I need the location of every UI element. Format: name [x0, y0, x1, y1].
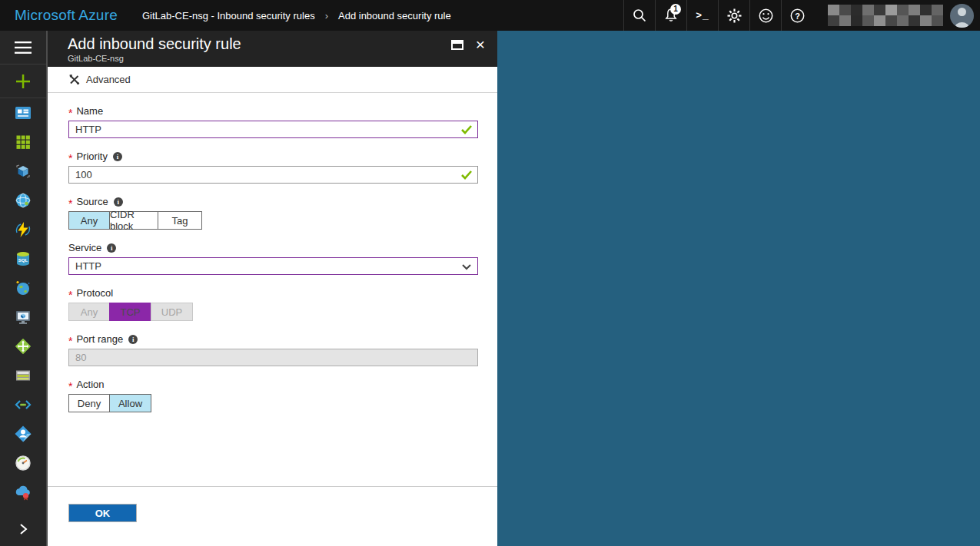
sidebar: SQL [0, 31, 46, 546]
action-toggle-group: Deny Allow [68, 394, 480, 412]
sidebar-spacer [0, 507, 46, 512]
priority-field: * Priority i 100 [68, 151, 480, 184]
sidebar-item-monitor[interactable] [0, 448, 46, 478]
blade-header: Add inbound security rule GitLab-CE-nsg … [48, 31, 497, 67]
load-balancer-icon [14, 337, 32, 356]
breadcrumb-item-nsg[interactable]: GitLab-CE-nsg - Inbound security rules [142, 10, 315, 22]
svg-text:?: ? [795, 11, 800, 20]
protocol-option-tcp: TCP [109, 303, 151, 321]
blade-toolbar: Advanced [48, 67, 497, 93]
avatar[interactable] [950, 4, 974, 28]
priority-label: * Priority i [68, 151, 480, 162]
virtual-machine-icon [14, 308, 32, 326]
sidebar-item-load-balancers[interactable] [0, 332, 46, 361]
globe-icon [14, 191, 32, 210]
sidebar-item-function-apps[interactable] [0, 215, 46, 244]
source-field: * Source i Any CIDR block Tag [68, 196, 480, 230]
user-account-redacted[interactable] [828, 5, 943, 26]
protocol-toggle-group: Any TCP UDP [68, 303, 480, 321]
port-range-field: * Port range i 80 [68, 333, 480, 366]
dashboard-background [497, 31, 980, 546]
cloud-shell-icon: >_ [696, 10, 709, 22]
sql-database-icon: SQL [14, 250, 32, 268]
info-icon[interactable]: i [114, 197, 123, 207]
required-asterisk: * [68, 106, 72, 117]
sidebar-item-expand[interactable] [0, 512, 46, 546]
avatar-head [958, 8, 966, 16]
help-button[interactable]: ? [781, 0, 812, 31]
required-asterisk: * [68, 334, 72, 345]
name-field: * Name HTTP [68, 105, 480, 138]
advisor-cloud-icon [14, 483, 32, 501]
cube-icon [14, 162, 32, 180]
sidebar-item-app-services[interactable] [0, 186, 46, 215]
source-option-any[interactable]: Any [68, 211, 110, 230]
sidebar-item-virtual-machines[interactable] [0, 303, 46, 332]
sidebar-item-all-resources[interactable] [0, 127, 46, 157]
blade-form: * Name HTTP * Priority i 100 * Source [48, 93, 497, 412]
info-icon[interactable]: i [128, 335, 138, 344]
cloud-shell-button[interactable]: >_ [686, 0, 718, 31]
info-icon[interactable]: i [113, 152, 122, 161]
search-button[interactable] [623, 0, 655, 31]
close-icon[interactable]: × [476, 38, 485, 51]
sidebar-item-virtual-networks[interactable] [0, 390, 46, 419]
ok-button[interactable]: OK [68, 504, 137, 522]
advanced-button[interactable]: Advanced [68, 74, 131, 85]
action-option-deny[interactable]: Deny [68, 394, 110, 412]
source-option-cidr[interactable]: CIDR block [109, 211, 158, 230]
add-inbound-rule-blade: Add inbound security rule GitLab-CE-nsg … [46, 31, 497, 546]
source-option-tag[interactable]: Tag [158, 211, 202, 230]
feedback-button[interactable] [749, 0, 781, 31]
notifications-button[interactable]: 1 [655, 0, 686, 31]
maximize-icon[interactable] [451, 40, 463, 50]
action-option-allow[interactable]: Allow [109, 394, 151, 412]
sidebar-item-cosmos-db[interactable] [0, 273, 46, 303]
protocol-label: * Protocol [68, 287, 480, 299]
storage-account-icon [14, 366, 32, 385]
info-icon[interactable]: i [107, 243, 116, 253]
chevron-down-icon [462, 264, 471, 270]
hamburger-menu-icon [15, 41, 32, 54]
required-asterisk: * [68, 197, 72, 207]
active-directory-icon [14, 425, 32, 443]
breadcrumb-separator-icon: › [325, 10, 328, 22]
avatar-body [955, 22, 969, 28]
sidebar-item-hamburger[interactable] [0, 31, 46, 65]
top-bar: Microsoft Azure GitLab-CE-nsg - Inbound … [0, 0, 980, 31]
valid-check-icon [460, 124, 473, 135]
sidebar-item-resource-groups[interactable] [0, 157, 46, 186]
source-toggle-group: Any CIDR block Tag [68, 211, 480, 230]
notification-badge: 1 [670, 4, 681, 15]
required-asterisk: * [68, 151, 72, 162]
search-icon [632, 8, 647, 23]
valid-check-icon [460, 170, 473, 180]
required-asterisk: * [68, 379, 72, 390]
sidebar-item-storage-accounts[interactable] [0, 361, 46, 390]
action-field: * Action Deny Allow [68, 379, 480, 412]
azure-logo[interactable]: Microsoft Azure [15, 7, 118, 24]
dashboard-icon [14, 104, 32, 122]
sidebar-item-advisor[interactable] [0, 478, 46, 507]
topbar-actions: 1 >_ ? [623, 0, 980, 31]
breadcrumb-item-add-rule[interactable]: Add inbound security rule [338, 10, 451, 22]
sidebar-item-dashboard[interactable] [0, 98, 46, 127]
name-input[interactable]: HTTP [68, 121, 478, 138]
lightning-bolt-icon [14, 220, 32, 239]
settings-button[interactable] [718, 0, 749, 31]
priority-input[interactable]: 100 [68, 166, 478, 184]
service-label: Service i [68, 242, 480, 253]
monitor-gauge-icon [14, 454, 32, 472]
port-range-input: 80 [68, 349, 478, 366]
protocol-option-udp: UDP [151, 303, 193, 321]
grid-icon [14, 133, 32, 151]
tools-icon [68, 74, 80, 85]
breadcrumb: GitLab-CE-nsg - Inbound security rules ›… [142, 10, 451, 22]
sidebar-item-azure-active-directory[interactable] [0, 419, 46, 448]
sidebar-item-new-resource[interactable] [0, 65, 46, 98]
sidebar-item-sql-databases[interactable]: SQL [0, 244, 46, 273]
source-label: * Source i [68, 196, 480, 207]
service-dropdown[interactable]: HTTP [68, 257, 478, 275]
smiley-icon [758, 8, 774, 24]
blade-subtitle: GitLab-CE-nsg [68, 54, 497, 63]
